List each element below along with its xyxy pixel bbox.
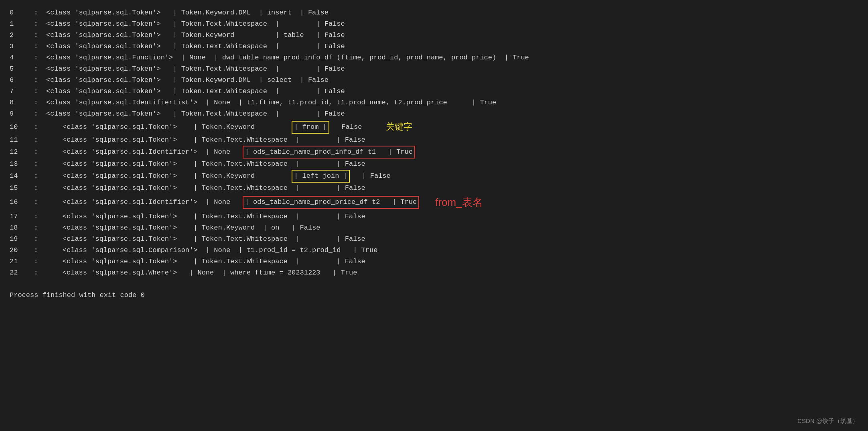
line-22: 22 : <class 'sqlparse.sql.Where'> | None… <box>10 267 858 279</box>
line-11: 11 : <class 'sqlparse.sql.Token'> | Toke… <box>10 134 858 146</box>
line-13: 13 : <class 'sqlparse.sql.Token'> | Toke… <box>10 159 858 170</box>
line-14: 14 : <class 'sqlparse.sql.Token'> | Toke… <box>10 170 858 183</box>
left-join-highlight: | left join | <box>292 170 350 183</box>
line-9: 9 : <class 'sqlparse.sql.Token'> | Token… <box>10 108 858 120</box>
line-4: 4 : <class 'sqlparse.sql.Function'> | No… <box>10 52 858 63</box>
footer-text: Process finished with exit code 0 <box>10 290 858 301</box>
line-21: 21 : <class 'sqlparse.sql.Token'> | Toke… <box>10 256 858 267</box>
line-19: 19 : <class 'sqlparse.sql.Token'> | Toke… <box>10 234 858 245</box>
line-8: 8 : <class 'sqlparse.sql.IdentifierList'… <box>10 97 858 108</box>
line-1: 1 : <class 'sqlparse.sql.Token'> | Token… <box>10 18 858 30</box>
line-12: 12 : <class 'sqlparse.sql.Identifier'> |… <box>10 146 858 159</box>
line-20: 20 : <class 'sqlparse.sql.Comparison'> |… <box>10 245 858 256</box>
csdn-watermark: CSDN @饺子（筑基） <box>797 416 858 426</box>
line-6: 6 : <class 'sqlparse.sql.Token'> | Token… <box>10 75 858 86</box>
identifier-t2-highlight: | ods_table_name_prod_price_df t2 | True <box>243 196 419 209</box>
line-15: 15 : <class 'sqlparse.sql.Token'> | Toke… <box>10 183 858 194</box>
line-10-container: 10 : <class 'sqlparse.sql.Token'> | Toke… <box>10 120 858 134</box>
line-0: 0 : <class 'sqlparse.sql.Token'> | Token… <box>10 7 858 18</box>
line-17: 17 : <class 'sqlparse.sql.Token'> | Toke… <box>10 211 858 222</box>
line-3: 3 : <class 'sqlparse.sql.Token'> | Token… <box>10 41 858 52</box>
from-keyword-highlight: | from | <box>292 121 329 134</box>
line-16-container: 16 : <class 'sqlparse.sql.Identifier'> |… <box>10 194 858 211</box>
from-tablename-annotation: from_表名 <box>435 194 483 211</box>
line-18: 18 : <class 'sqlparse.sql.Token'> | Toke… <box>10 222 858 234</box>
line-10: 10 : <class 'sqlparse.sql.Token'> | Toke… <box>10 121 362 134</box>
terminal: 0 : <class 'sqlparse.sql.Token'> | Token… <box>10 7 858 301</box>
identifier-t1-highlight: | ods_table_name_prod_info_df t1 | True <box>243 146 415 159</box>
keyword-annotation: 关键字 <box>386 120 412 134</box>
line-2: 2 : <class 'sqlparse.sql.Token'> | Token… <box>10 30 858 41</box>
line-16: 16 : <class 'sqlparse.sql.Identifier'> |… <box>10 196 419 209</box>
line-7: 7 : <class 'sqlparse.sql.Token'> | Token… <box>10 86 858 97</box>
line-5: 5 : <class 'sqlparse.sql.Token'> | Token… <box>10 63 858 75</box>
